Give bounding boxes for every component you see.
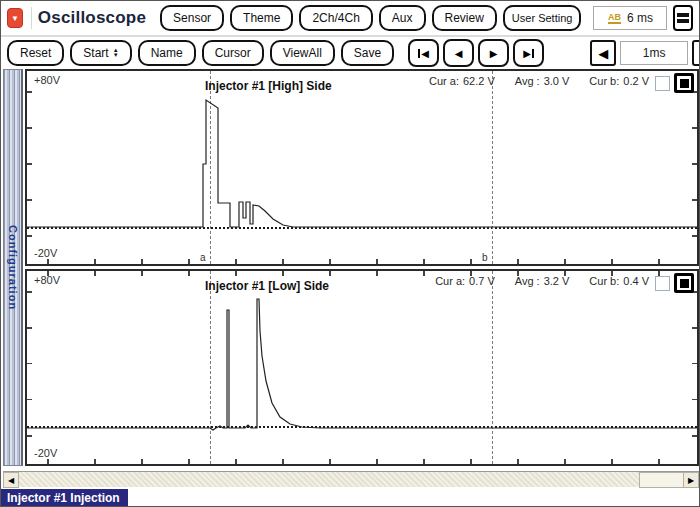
y-min-label: -20V bbox=[34, 247, 57, 259]
reset-button[interactable]: Reset bbox=[7, 40, 64, 66]
cursor-b-label: b bbox=[482, 252, 488, 263]
channel-mode-button[interactable]: 2Ch/4Ch bbox=[299, 5, 372, 31]
next-icon: ▶ bbox=[490, 48, 498, 59]
user-setting-button[interactable]: User Setting bbox=[503, 5, 582, 31]
timebase-controls: ◀ 1ms ▶ bbox=[590, 40, 700, 66]
cur-a-label: Cur a: bbox=[435, 275, 465, 287]
viewall-button[interactable]: ViewAll bbox=[270, 40, 335, 66]
waveform-high-side bbox=[27, 71, 697, 264]
prev-icon: ◀ bbox=[455, 48, 463, 59]
scrollbar-thumb[interactable] bbox=[639, 472, 685, 488]
skip-end-icon bbox=[532, 49, 534, 58]
spinner-arrows-icon: ▲ ▼ bbox=[113, 48, 119, 58]
y-max-label: +80V bbox=[34, 74, 60, 86]
timebase-decrease-button[interactable]: ◀ bbox=[590, 40, 616, 66]
sidebar-label: Configuration bbox=[7, 225, 19, 310]
sidebar-configuration-tab[interactable]: Configuration bbox=[3, 69, 23, 466]
start-button-label: Start bbox=[83, 46, 108, 60]
avg-value: 3.0 V bbox=[544, 75, 570, 87]
menu-icon bbox=[677, 13, 689, 17]
ab-time-value: 6 ms bbox=[627, 11, 653, 25]
left-arrow-icon: ◀ bbox=[598, 46, 608, 61]
menu-icon bbox=[677, 19, 689, 23]
ab-time-display: AB 6 ms bbox=[593, 6, 667, 30]
cur-b-label: Cur b: bbox=[589, 75, 619, 87]
skip-to-end-button[interactable]: ▶ bbox=[513, 39, 544, 67]
timebase-value: 1ms bbox=[620, 41, 688, 65]
start-button[interactable]: Start ▲ ▼ bbox=[70, 40, 131, 66]
scroll-left-button[interactable]: ◀ bbox=[3, 472, 19, 488]
sensor-button[interactable]: Sensor bbox=[160, 5, 224, 31]
menu-list-button[interactable] bbox=[673, 5, 693, 31]
y-min-label: -20V bbox=[34, 447, 57, 459]
theme-button[interactable]: Theme bbox=[230, 5, 293, 31]
skip-start-icon bbox=[418, 49, 420, 58]
cur-a-value: 62.2 V bbox=[463, 75, 495, 87]
avg-label: Avg : bbox=[515, 75, 540, 87]
cur-a-value: 0.7 V bbox=[469, 275, 495, 287]
toolbar-second: Reset Start ▲ ▼ Name Cursor ViewAll Save… bbox=[1, 39, 699, 67]
next-icon: ▶ bbox=[523, 48, 531, 59]
transport-controls: ◀ ◀ ▶ ▶ bbox=[408, 39, 544, 67]
panel-title: Injector #1 [High] Side bbox=[205, 79, 332, 93]
timebase-increase-button[interactable]: ▶ bbox=[692, 40, 700, 66]
y-max-label: +80V bbox=[34, 274, 60, 286]
name-button[interactable]: Name bbox=[138, 40, 196, 66]
aux-button[interactable]: Aux bbox=[379, 5, 426, 31]
scope-panel-low-side: +80V -20V Injector #1 [Low] Side Cur a:0… bbox=[25, 269, 699, 466]
waveform-low-side bbox=[27, 271, 697, 464]
save-button[interactable]: Save bbox=[341, 40, 394, 66]
scope-panel-high-side: +80V -20V Injector #1 [High] Side Cur a:… bbox=[25, 69, 699, 266]
checkbox-fill bbox=[680, 79, 689, 88]
cur-b-value: 0.2 V bbox=[623, 75, 649, 87]
panel-title: Injector #1 [Low] Side bbox=[205, 279, 329, 293]
scroll-right-button[interactable]: ▶ bbox=[683, 472, 699, 488]
cur-a-label: Cur a: bbox=[429, 75, 459, 87]
channel-checkbox-unchecked[interactable] bbox=[655, 76, 670, 91]
chevron-down-icon: ▼ bbox=[11, 14, 19, 23]
channel-checkbox-checked[interactable] bbox=[674, 273, 694, 293]
prev-icon: ◀ bbox=[421, 48, 429, 59]
cursor-button[interactable]: Cursor bbox=[202, 40, 264, 66]
cur-b-label: Cur b: bbox=[589, 275, 619, 287]
step-forward-button[interactable]: ▶ bbox=[478, 39, 509, 67]
app-menu-dropdown-button[interactable]: ▼ bbox=[7, 8, 23, 28]
checkbox-fill bbox=[680, 279, 689, 288]
skip-to-start-button[interactable]: ◀ bbox=[408, 39, 439, 67]
waveform-trace bbox=[27, 299, 697, 430]
page-title: Oscilloscope bbox=[38, 8, 146, 28]
cursor-a-label: a bbox=[200, 252, 206, 263]
status-badge: Injector #1 Injection bbox=[1, 489, 128, 507]
channel-checkbox-unchecked[interactable] bbox=[655, 276, 670, 291]
measurement-readouts: Cur a:62.2 V Avg :3.0 V Cur b:0.2 V bbox=[429, 75, 649, 87]
measurement-readouts: Cur a:0.7 V Avg :3.2 V Cur b:0.4 V bbox=[435, 275, 649, 287]
ab-cursor-icon: AB bbox=[608, 13, 621, 24]
cur-b-value: 0.4 V bbox=[623, 275, 649, 287]
avg-value: 3.2 V bbox=[544, 275, 570, 287]
left-arrow-icon: ◀ bbox=[8, 476, 14, 485]
channel-checkbox-checked[interactable] bbox=[674, 73, 694, 93]
horizontal-scrollbar[interactable]: ◀ ▶ bbox=[3, 471, 699, 487]
divider bbox=[31, 7, 32, 29]
toolbar-top: ▼ Oscilloscope Sensor Theme 2Ch/4Ch Aux … bbox=[1, 1, 699, 37]
oscilloscope-window: ▼ Oscilloscope Sensor Theme 2Ch/4Ch Aux … bbox=[0, 0, 700, 507]
step-back-button[interactable]: ◀ bbox=[443, 39, 474, 67]
waveform-trace bbox=[27, 100, 697, 227]
right-arrow-icon: ▶ bbox=[688, 476, 694, 485]
review-button[interactable]: Review bbox=[432, 5, 497, 31]
avg-label: Avg : bbox=[515, 275, 540, 287]
